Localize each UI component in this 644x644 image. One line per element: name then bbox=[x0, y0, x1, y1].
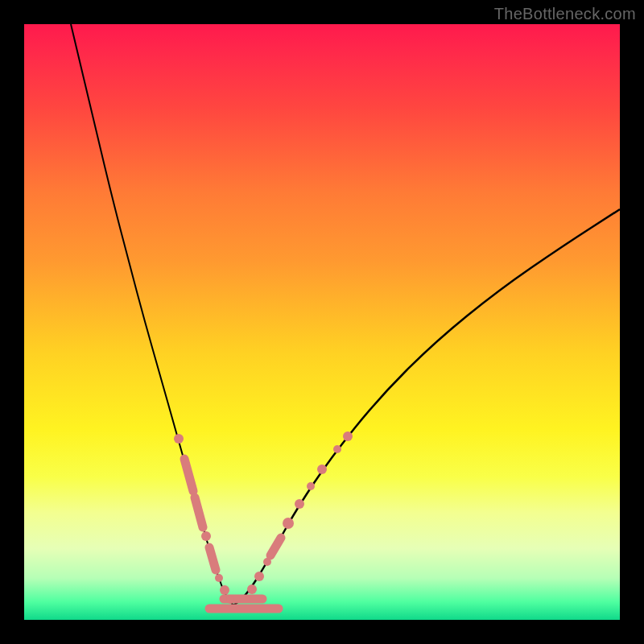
right-dot-7 bbox=[317, 464, 327, 474]
left-dot-4 bbox=[220, 585, 229, 595]
right-dot-4 bbox=[283, 518, 294, 529]
right-dot-1 bbox=[247, 584, 257, 594]
left-dot-1 bbox=[174, 434, 184, 444]
chart-stage: TheBottleneck.com bbox=[0, 0, 644, 644]
right-dot-5 bbox=[295, 499, 304, 509]
right-dot-9 bbox=[343, 431, 353, 441]
left-dot-3 bbox=[215, 574, 223, 582]
left-dash-3 bbox=[209, 547, 216, 570]
right-dot-2 bbox=[254, 572, 264, 581]
chart-svg bbox=[0, 0, 644, 644]
right-dot-8 bbox=[333, 445, 341, 453]
right-dot-6 bbox=[307, 482, 315, 490]
plot-background bbox=[24, 24, 620, 620]
left-dot-5 bbox=[226, 596, 234, 604]
left-dot-2 bbox=[201, 531, 211, 541]
watermark-text: TheBottleneck.com bbox=[494, 5, 636, 23]
